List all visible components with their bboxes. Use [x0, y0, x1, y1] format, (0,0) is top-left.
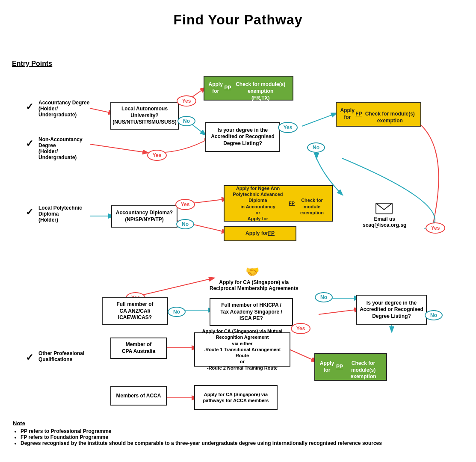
box-apply-acca: Apply for CA (Singapore) viapathways for…: [194, 385, 278, 410]
box-member-cpa: Member ofCPA Australia: [110, 338, 167, 359]
page-title: Find Your Pathway: [0, 0, 476, 32]
oval-yes-diploma: Yes: [175, 199, 195, 210]
box-accredited2: Is your degree in theAccredited or Recog…: [356, 295, 427, 325]
oval-no-local: No: [177, 116, 195, 126]
label-non-accountancy: Non-Accountancy Degree(Holder/ Undergrad…: [38, 136, 94, 160]
box-apply-pp: Apply for PPCheck for module(s) exemptio…: [204, 76, 293, 101]
label-other: Other ProfessionalQualifications: [38, 350, 86, 362]
svg-line-9: [319, 309, 359, 314]
label-poly: Local PolytechnicDiploma(Holder): [38, 205, 86, 223]
email-us-box: Email usscaq@isca.org.sg: [363, 201, 406, 228]
box-apply-fp-top: Apply for FPCheck for module(s) exemptio…: [336, 102, 421, 127]
box-accredited1: Is your degree in theAccredited or Recog…: [205, 122, 280, 152]
box-members-acca: Members of ACCA: [110, 386, 167, 406]
box-apply-mutual: Apply for CA (Singapore) via MutualRecog…: [194, 332, 290, 367]
box-apply-pp2: Apply for PPCheck for module(s)exemption: [314, 353, 387, 381]
check-other: ✓: [26, 352, 33, 363]
check-poly: ✓: [26, 207, 33, 218]
svg-text:🤝: 🤝: [245, 265, 260, 278]
oval-no-canz: No: [168, 307, 186, 317]
reciprocal-icon: 🤝 Apply for CA (Singapore) viaReciprocal…: [210, 265, 299, 291]
oval-yes-nonacct: Yes: [147, 150, 167, 161]
svg-line-0: [90, 108, 113, 113]
oval-yes-top: Yes: [177, 95, 196, 107]
svg-line-5: [133, 278, 214, 297]
box-full-member-hk: Full member of HKICPA /Tax Academy Singa…: [210, 298, 293, 326]
box-ngee-ann: Apply for Ngee Ann Polytechnic Advanced …: [224, 185, 333, 222]
oval-no-accred2: No: [425, 310, 443, 320]
entry-points-title: Entry Points: [12, 60, 52, 68]
oval-yes-hk: Yes: [291, 323, 310, 334]
check-non-accountancy: ✓: [26, 138, 33, 149]
oval-no-diploma: No: [176, 219, 194, 229]
box-acct-diploma: Accountancy Diploma?(NP/SP/NYP/TP): [111, 205, 177, 228]
note-section: Note PP refers to Professional Programme…: [13, 420, 382, 446]
box-apply-fp-bottom: Apply for FP: [224, 226, 296, 241]
box-full-member-canz: Full member ofCA ANZ/CAI/ICAEW/ICAS?: [102, 297, 168, 325]
oval-yes-accred1: Yes: [278, 122, 298, 133]
oval-yes-right: Yes: [426, 222, 445, 234]
label-accountancy: Accountancy Degree(Holder/ Undergraduate…: [38, 100, 90, 118]
box-local-autonomous: Local AutonomousUniversity?(NUS/NTU/SIT/…: [110, 102, 179, 130]
svg-line-11: [302, 113, 336, 126]
svg-line-1: [90, 144, 148, 153]
oval-no-accred1: No: [307, 142, 325, 153]
oval-no-hk: No: [315, 292, 333, 302]
check-accountancy: ✓: [26, 101, 33, 113]
